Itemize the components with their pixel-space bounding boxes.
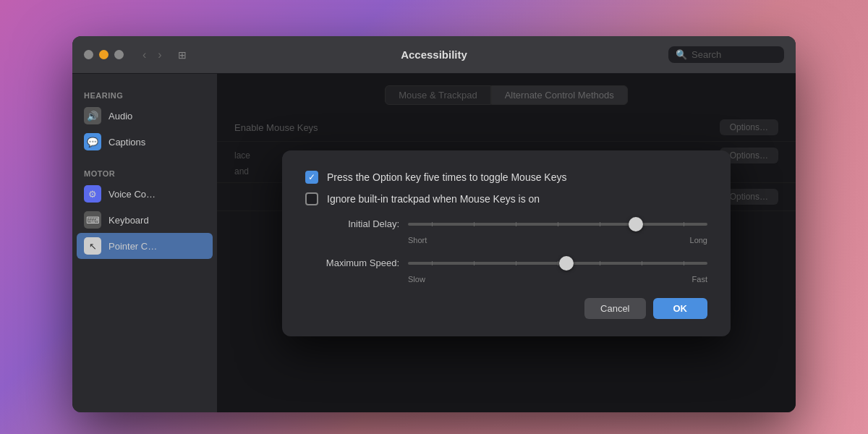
tick: [474, 261, 475, 265]
slider-row-initial-delay: Initial Delay:: [305, 217, 707, 231]
voice-icon: ⚙: [84, 185, 101, 203]
title-bar: ‹ › ⊞ Accessibility 🔍 Search: [72, 36, 796, 74]
sidebar-label-voice: Voice Co…: [109, 189, 156, 200]
checkbox-ignore-trackpad[interactable]: [305, 192, 318, 205]
maximize-button[interactable]: [114, 50, 124, 59]
tick: [432, 261, 433, 265]
initial-delay-max: Long: [690, 236, 707, 244]
tick: [684, 261, 684, 265]
tick: [474, 222, 475, 226]
tick: [600, 222, 600, 226]
modal-overlay: ✓ Press the Option key five times to tog…: [217, 74, 796, 412]
traffic-lights: [84, 50, 124, 59]
tick: [558, 261, 558, 265]
checkbox-label-trackpad: Ignore built-in trackpad when Mouse Keys…: [327, 193, 540, 205]
max-speed-min: Slow: [408, 275, 425, 284]
initial-delay-track: [408, 217, 707, 231]
search-placeholder: Search: [692, 49, 721, 60]
sidebar-label-captions: Captions: [109, 137, 145, 148]
checkbox-toggle-mouse-keys[interactable]: ✓: [305, 171, 318, 184]
sidebar-item-pointer[interactable]: ↖ Pointer C…: [77, 233, 213, 259]
checkbox-row-toggle: ✓ Press the Option key five times to tog…: [305, 171, 707, 184]
mac-window: ‹ › ⊞ Accessibility 🔍 Search Hearing 🔊 A…: [72, 36, 796, 412]
window-title: Accessibility: [401, 48, 467, 61]
checkbox-row-trackpad: Ignore built-in trackpad when Mouse Keys…: [305, 192, 707, 205]
sidebar: Hearing 🔊 Audio 💬 Captions Motor ⚙ Voice…: [72, 74, 217, 412]
modal-buttons: Cancel OK: [305, 298, 707, 319]
search-bar[interactable]: 🔍 Search: [668, 46, 784, 63]
max-speed-label: Maximum Speed:: [305, 258, 399, 268]
minimize-button[interactable]: [99, 50, 109, 59]
initial-delay-min: Short: [408, 236, 427, 244]
max-speed-track-bg: [408, 262, 707, 265]
captions-icon: 💬: [84, 133, 101, 150]
sidebar-section-hearing: Hearing: [72, 85, 217, 103]
sidebar-item-audio[interactable]: 🔊 Audio: [72, 103, 217, 129]
slider-section-initial-delay: Initial Delay:: [305, 217, 707, 244]
ok-button[interactable]: OK: [653, 298, 708, 319]
keyboard-icon: ⌨: [84, 211, 101, 229]
checkbox-label-toggle: Press the Option key five times to toggl…: [327, 171, 567, 183]
sidebar-label-audio: Audio: [109, 111, 132, 122]
back-arrow[interactable]: ‹: [138, 47, 150, 63]
pointer-icon: ↖: [84, 237, 101, 255]
tick: [642, 261, 642, 265]
tick: [600, 261, 600, 265]
max-speed-labels: Slow Fast: [305, 273, 707, 284]
slider-section-max-speed: Maximum Speed:: [305, 256, 707, 284]
sidebar-item-voice[interactable]: ⚙ Voice Co…: [72, 181, 217, 207]
modal-dialog: ✓ Press the Option key five times to tog…: [282, 150, 731, 336]
sidebar-section-motor: Motor: [72, 163, 217, 181]
slider-row-max-speed: Maximum Speed:: [305, 256, 707, 271]
sidebar-item-captions[interactable]: 💬 Captions: [72, 129, 217, 155]
max-speed-max: Fast: [692, 275, 707, 284]
max-speed-thumb[interactable]: [559, 256, 574, 271]
initial-delay-labels: Short Long: [305, 234, 707, 244]
tick: [684, 222, 684, 226]
main-panel: Mouse & Trackpad Alternate Control Metho…: [217, 74, 796, 412]
tick: [516, 261, 516, 265]
tick: [558, 222, 558, 226]
grid-icon[interactable]: ⊞: [178, 49, 187, 61]
sidebar-label-pointer: Pointer C…: [109, 241, 157, 252]
close-button[interactable]: [84, 50, 93, 59]
initial-delay-thumb[interactable]: [629, 217, 643, 231]
tick: [516, 222, 516, 226]
tick: [432, 222, 433, 226]
content-area: Hearing 🔊 Audio 💬 Captions Motor ⚙ Voice…: [72, 74, 796, 412]
initial-delay-track-bg: [408, 223, 707, 226]
audio-icon: 🔊: [84, 107, 101, 124]
forward-arrow[interactable]: ›: [153, 47, 166, 63]
sidebar-item-keyboard[interactable]: ⌨ Keyboard: [72, 207, 217, 233]
nav-arrows: ‹ ›: [138, 47, 166, 63]
max-speed-track: [408, 256, 707, 271]
sidebar-label-keyboard: Keyboard: [109, 215, 149, 226]
search-icon: 🔍: [676, 49, 687, 60]
initial-delay-label: Initial Delay:: [305, 218, 399, 229]
cancel-button[interactable]: Cancel: [584, 298, 645, 319]
